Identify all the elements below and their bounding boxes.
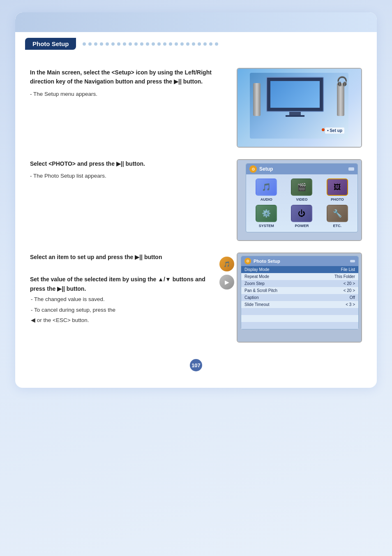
photo-label: PHOTO (331, 197, 344, 202)
dot (186, 42, 189, 46)
row-label: Zoom Step (241, 280, 311, 287)
section-34-image: 🎵 ▶ ⚙ Photo Setup (219, 253, 362, 343)
setup-icon-etc: 🔧 ETC. (321, 205, 353, 228)
dot (157, 42, 161, 46)
dot (180, 42, 184, 46)
setup-icon-power: ⏻ POWER (286, 205, 318, 228)
video-icon: 🎬 (291, 178, 312, 196)
photo-setup-table: Display Mode File List Repeat Mode This … (241, 266, 358, 329)
row-value: < 3 > (311, 301, 358, 308)
dot (169, 42, 172, 46)
section-1-image: 🎧 • Set up (231, 68, 362, 148)
dot (117, 42, 120, 46)
section-2-image: ⚙ Setup 🎵 AUDIO 🎬 (231, 159, 362, 241)
section-2-note: - The Photo Setup list appears. (30, 171, 219, 181)
left-nav-icons: 🎵 ▶ (219, 253, 234, 290)
section-1-row: In the Main screen, select the <Setup> i… (30, 68, 362, 148)
photo-icon: 🖼 (327, 178, 348, 196)
page-title: Photo Setup (25, 38, 76, 50)
dot (163, 42, 166, 46)
setup-menu-window: ⚙ Setup 🎵 AUDIO 🎬 (246, 163, 358, 232)
page-number: 107 (190, 359, 202, 371)
dot (215, 42, 218, 46)
setup-icon-audio: 🎵 AUDIO (250, 178, 282, 202)
row-value: < 20 > (311, 287, 358, 294)
dot (111, 42, 115, 46)
setup-menu-title-bar: ⚙ Setup (246, 164, 357, 174)
screen-mock-3: ⚙ Photo Setup Display Mode File List (237, 253, 362, 343)
dot (146, 42, 149, 46)
setup-icon-system: ⚙️ SYSTEM (250, 205, 282, 228)
dot (203, 42, 207, 46)
dot (94, 42, 97, 46)
dot (129, 42, 132, 46)
etc-label: ETC. (333, 224, 342, 228)
dot (134, 42, 138, 46)
dot (209, 42, 212, 46)
table-row-repeat: Repeat Mode This Folder (241, 273, 358, 280)
main-content: In the Main screen, select the <Setup> i… (15, 50, 377, 343)
screen2-content: ⚙ Setup 🎵 AUDIO 🎬 (238, 160, 361, 240)
section-4-note1: - The changed value is saved. (30, 295, 208, 304)
top-bar (15, 12, 377, 32)
table-row-empty1 (241, 308, 358, 315)
dots-row (83, 42, 367, 46)
photo-setup-title: Photo Setup (254, 259, 280, 264)
section-2-instruction: Select <PHOTO> and press the ▶|| button. (30, 159, 219, 168)
dot (100, 42, 103, 46)
dot (106, 42, 109, 46)
row-label: Caption (241, 294, 311, 301)
table-row-zoom: Zoom Step < 20 > (241, 280, 358, 287)
section-1-text: In the Main screen, select the <Setup> i… (30, 68, 219, 100)
table-row-display: Display Mode File List (241, 266, 358, 273)
nav-icon-1: 🎵 (219, 257, 234, 271)
audio-icon: 🎵 (256, 178, 277, 196)
page-container: Photo Setup (15, 12, 377, 388)
power-label: POWER (295, 224, 309, 228)
row-value: < 20 > (311, 280, 358, 287)
row-label: Display Mode (241, 266, 311, 273)
screen-mock-1: 🎧 • Set up (237, 68, 362, 148)
dot (123, 42, 126, 46)
setup-icon-photo: 🖼 PHOTO (321, 178, 353, 202)
screen3-content: ⚙ Photo Setup Display Mode File List (238, 253, 361, 342)
dot (192, 42, 195, 46)
row-label: Slide Timeout (241, 301, 311, 308)
table-row-slide: Slide Timeout < 3 > (241, 301, 358, 308)
system-icon: ⚙️ (256, 205, 277, 222)
setup-icons-grid: 🎵 AUDIO 🎬 VIDEO 🖼 PHOTO (246, 174, 357, 232)
nav-icon-2: ▶ (219, 275, 234, 290)
table-row-empty3 (241, 322, 358, 329)
setup-menu-title: Setup (259, 166, 273, 172)
section-3-instruction: Select an item to set up and press the ▶… (30, 253, 208, 262)
section-2-row: Select <PHOTO> and press the ▶|| button.… (30, 159, 362, 241)
screen3-with-nav: 🎵 ▶ ⚙ Photo Setup (219, 253, 362, 343)
photo-setup-window: ⚙ Photo Setup Display Mode File List (241, 256, 359, 329)
screen1-content: 🎧 • Set up (238, 69, 361, 147)
table-row-empty2 (241, 315, 358, 322)
dot (140, 42, 143, 46)
section-4-note3: ◀ or the <ESC> button. (30, 316, 208, 325)
row-value: This Folder (311, 273, 358, 280)
section-1-note: - The Setup menu appears. (30, 90, 219, 99)
row-label: Repeat Mode (241, 273, 311, 280)
table-row-pan: Pan & Scroll Pitch < 20 > (241, 287, 358, 294)
setup-screen-label: • Set up (325, 127, 344, 134)
power-icon: ⏻ (291, 205, 312, 222)
section-34-text: Select an item to set up and press the ▶… (30, 253, 208, 327)
section-4-note2: - To cancel during setup, press the (30, 306, 208, 315)
screen-mock-2: ⚙ Setup 🎵 AUDIO 🎬 (237, 159, 362, 241)
etc-icon: 🔧 (327, 205, 348, 222)
setup-logo-icon: ⚙ (249, 165, 257, 173)
dot (175, 42, 178, 46)
section-1-instruction: In the Main screen, select the <Setup> i… (30, 68, 219, 86)
setup-minimize-btn (348, 167, 354, 171)
section-4-instruction: Set the value of the selected item by us… (30, 275, 208, 293)
section-34-row: Select an item to set up and press the ▶… (30, 253, 362, 343)
row-label: Pan & Scroll Pitch (241, 287, 311, 294)
table-row-caption: Caption Off (241, 294, 358, 301)
row-value: File List (311, 266, 358, 273)
section-4-notes: - The changed value is saved. - To cance… (30, 295, 208, 325)
dot (83, 42, 86, 46)
photo-setup-title-bar: ⚙ Photo Setup (241, 256, 358, 266)
